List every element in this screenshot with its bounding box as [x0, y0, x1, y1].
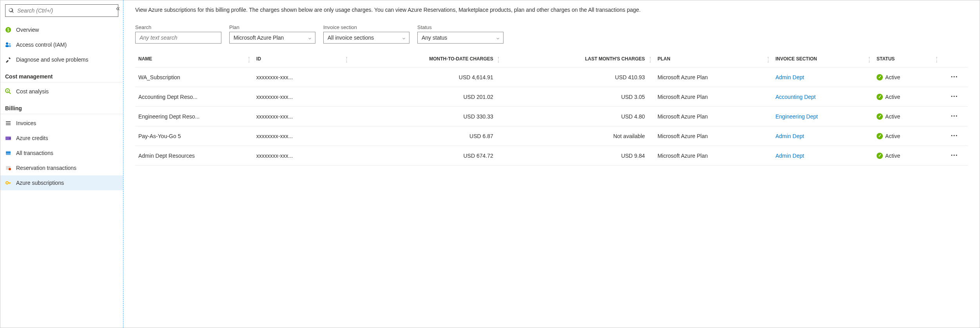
col-mtd[interactable]: Month-to-date charges↑↓ — [351, 51, 503, 67]
table-row[interactable]: Engineering Dept Reso... xxxxxxxx-xxx...… — [135, 107, 968, 126]
cell-last: USD 410.93 — [503, 67, 654, 87]
cell-last: Not available — [503, 126, 654, 146]
cost-analysis-icon: $ — [5, 88, 16, 95]
sidebar-item-all-transactions[interactable]: All transactions — [0, 146, 123, 160]
cell-invoice[interactable]: Accounting Dept — [772, 87, 873, 107]
row-menu-button[interactable]: ··· — [941, 146, 968, 166]
col-id[interactable]: ID↑↓ — [253, 51, 351, 67]
transactions-icon — [5, 150, 16, 156]
svg-rect-3 — [5, 45, 9, 47]
sidebar-item-azure-credits[interactable]: Azure credits — [0, 131, 123, 146]
filter-search-input[interactable] — [135, 32, 221, 44]
cell-status: Active — [873, 126, 941, 146]
collapse-sidebar-icon[interactable]: « — [116, 4, 120, 13]
sidebar-item-label: Overview — [16, 27, 39, 33]
cell-name: Admin Dept Resources — [135, 146, 253, 166]
table-row[interactable]: Pay-As-You-Go 5 xxxxxxxx-xxx... USD 6.87… — [135, 126, 968, 146]
col-name[interactable]: Name↑↓ — [135, 51, 253, 67]
success-icon — [877, 94, 883, 100]
cell-mtd: USD 674.72 — [351, 146, 503, 166]
svg-point-18 — [6, 182, 8, 184]
col-plan[interactable]: Plan↑↓ — [654, 51, 772, 67]
svg-rect-13 — [9, 138, 11, 139]
filter-invoice-select[interactable]: All invoice sections ⌵ — [323, 32, 409, 44]
chevron-down-icon: ⌵ — [308, 35, 311, 40]
cell-plan: Microsoft Azure Plan — [654, 87, 772, 107]
reservation-icon — [5, 165, 16, 171]
svg-line-7 — [9, 92, 11, 94]
subscriptions-table: Name↑↓ ID↑↓ Month-to-date charges↑↓ Last… — [135, 51, 968, 166]
table-row[interactable]: WA_Subscription xxxxxxxx-xxx... USD 4,61… — [135, 67, 968, 87]
sort-icon: ↑↓ — [936, 56, 938, 62]
svg-rect-15 — [6, 152, 11, 153]
sidebar-item-label: Azure credits — [16, 135, 48, 141]
row-menu-button[interactable]: ··· — [941, 107, 968, 126]
sidebar-search-input[interactable] — [17, 7, 115, 14]
cell-invoice[interactable]: Admin Dept — [772, 67, 873, 87]
col-invoice[interactable]: Invoice section↑↓ — [772, 51, 873, 67]
filter-status-value: Any status — [422, 35, 447, 41]
sidebar-item-azure-subscriptions[interactable]: Azure subscriptions — [0, 175, 123, 190]
cell-status: Active — [873, 67, 941, 87]
sidebar-item-access-control[interactable]: Access control (IAM) — [0, 37, 123, 52]
sidebar-item-label: Reservation transactions — [16, 165, 76, 171]
cell-plan: Microsoft Azure Plan — [654, 107, 772, 126]
cell-mtd: USD 330.33 — [351, 107, 503, 126]
svg-text:$: $ — [7, 28, 9, 32]
nav-heading-cost-management: Cost management — [0, 67, 123, 82]
svg-text:$: $ — [7, 89, 8, 92]
sort-icon: ↑↓ — [346, 56, 348, 62]
success-icon — [877, 74, 883, 80]
search-icon — [9, 8, 14, 13]
nav-heading-billing: Billing — [0, 99, 123, 114]
cell-invoice[interactable]: Admin Dept — [772, 126, 873, 146]
table-row[interactable]: Accounting Dept Reso... xxxxxxxx-xxx... … — [135, 87, 968, 107]
cell-plan: Microsoft Azure Plan — [654, 146, 772, 166]
svg-point-17 — [9, 168, 11, 170]
svg-point-2 — [6, 42, 8, 45]
filter-bar: Search Plan Microsoft Azure Plan ⌵ Invoi… — [135, 24, 968, 44]
sidebar-item-overview[interactable]: $ Overview — [0, 22, 123, 37]
sidebar-item-label: Cost analysis — [16, 88, 49, 95]
row-menu-button[interactable]: ··· — [941, 67, 968, 87]
cell-status: Active — [873, 146, 941, 166]
cell-name: WA_Subscription — [135, 67, 253, 87]
success-icon — [877, 133, 883, 139]
sidebar-item-invoices[interactable]: Invoices — [0, 116, 123, 131]
row-menu-button[interactable]: ··· — [941, 126, 968, 146]
cell-mtd: USD 201.02 — [351, 87, 503, 107]
cell-mtd: USD 6.87 — [351, 126, 503, 146]
filter-search-label: Search — [135, 24, 221, 30]
main-content: View Azure subscriptions for this billin… — [123, 0, 980, 328]
filter-status-select[interactable]: Any status ⌵ — [417, 32, 504, 44]
table-row[interactable]: Admin Dept Resources xxxxxxxx-xxx... USD… — [135, 146, 968, 166]
cell-name: Pay-As-You-Go 5 — [135, 126, 253, 146]
filter-plan-select[interactable]: Microsoft Azure Plan ⌵ — [229, 32, 315, 44]
sort-icon: ↑↓ — [248, 56, 250, 62]
filter-invoice-label: Invoice section — [323, 24, 409, 30]
row-menu-button[interactable]: ··· — [941, 87, 968, 107]
sidebar-item-diagnose[interactable]: Diagnose and solve problems — [0, 52, 123, 67]
cell-id: xxxxxxxx-xxx... — [253, 67, 351, 87]
sidebar-item-reservation-transactions[interactable]: Reservation transactions — [0, 160, 123, 175]
list-icon — [5, 120, 16, 126]
filter-invoice-value: All invoice sections — [328, 35, 374, 41]
col-status[interactable]: Status↑↓ — [873, 51, 941, 67]
svg-point-4 — [9, 43, 11, 45]
cell-mtd: USD 4,614.91 — [351, 67, 503, 87]
cell-plan: Microsoft Azure Plan — [654, 126, 772, 146]
filter-plan-label: Plan — [229, 24, 315, 30]
success-icon — [877, 113, 883, 120]
filter-plan-value: Microsoft Azure Plan — [234, 35, 284, 41]
cell-plan: Microsoft Azure Plan — [654, 67, 772, 87]
cell-invoice[interactable]: Admin Dept — [772, 146, 873, 166]
cell-last: USD 3.05 — [503, 87, 654, 107]
sidebar-item-cost-analysis[interactable]: $ Cost analysis — [0, 84, 123, 99]
sidebar-search[interactable] — [5, 4, 118, 17]
col-last[interactable]: Last month's charges↑↓ — [503, 51, 654, 67]
filter-status-label: Status — [417, 24, 504, 30]
cell-last: USD 4.80 — [503, 107, 654, 126]
svg-rect-5 — [9, 45, 11, 47]
cell-status: Active — [873, 107, 941, 126]
cell-invoice[interactable]: Engineering Dept — [772, 107, 873, 126]
